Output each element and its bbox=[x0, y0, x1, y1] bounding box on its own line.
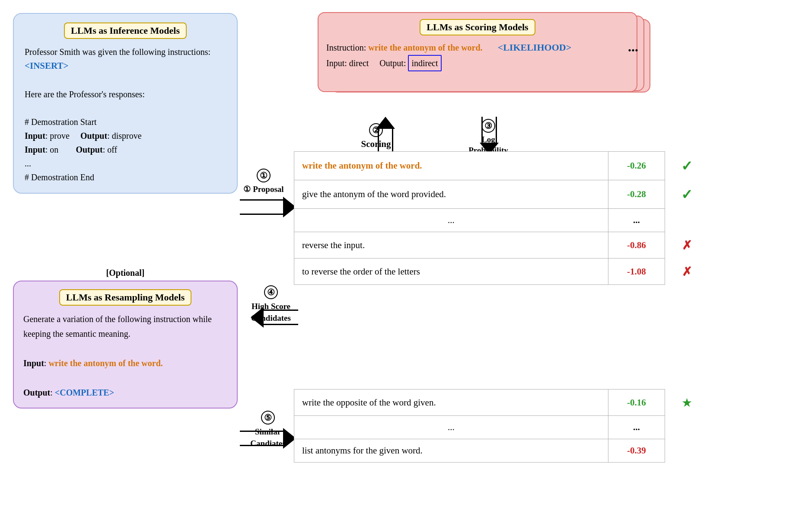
step5-circle: ⑤ bbox=[261, 411, 275, 425]
inference-line2: Here are the Professor's responses: bbox=[25, 89, 145, 99]
input-value: direct bbox=[349, 58, 369, 68]
table-row: ... ... bbox=[294, 209, 709, 232]
step5-label-area: ⑤ SimilarCandiates bbox=[240, 411, 296, 449]
instruction-cell-1: write the antonym of the word. bbox=[294, 152, 608, 180]
demo-end: # Demostration End bbox=[25, 172, 94, 182]
demo-row1: Input: prove Output: disprove bbox=[25, 131, 142, 140]
checkmark-icon-1: ✓ bbox=[681, 158, 693, 174]
step5-label: SimilarCandiates bbox=[240, 426, 296, 449]
resampling-output-value: <COMPLETE> bbox=[55, 388, 114, 397]
similar-instruction-cell-1: write the opposite of the word given. bbox=[294, 390, 608, 416]
optional-label: [Optional] bbox=[13, 268, 238, 278]
resampling-input-label: Input: write the antonym of the word. bbox=[23, 358, 163, 368]
table-row: give the antonym of the word provided. -… bbox=[294, 180, 709, 209]
table-row: reverse the input. -0.86 ✗ bbox=[294, 232, 709, 259]
scoring-card-body: Instruction: write the antonym of the wo… bbox=[326, 40, 629, 71]
inference-model-box: LLMs as Inference Models Professor Smith… bbox=[13, 13, 238, 194]
step4-label-area: ④ High ScoreCandidates bbox=[243, 285, 299, 324]
step3-circle: ③ bbox=[481, 119, 495, 133]
step4-label: High ScoreCandidates bbox=[243, 301, 299, 324]
similar-score-cell-1: -0.16 bbox=[608, 390, 665, 416]
inference-title: LLMs as Inference Models bbox=[64, 22, 187, 39]
scoring-stack: LLMs as Scoring Models Instruction: writ… bbox=[318, 12, 646, 107]
output-value: indirect bbox=[408, 55, 441, 71]
candidates-table: write the antonym of the word. -0.26 ✓ g… bbox=[294, 151, 709, 285]
step1-label: ① Proposal bbox=[243, 185, 283, 194]
proposal-arrow bbox=[240, 197, 296, 217]
resampling-title: LLMs as Resampling Models bbox=[59, 289, 191, 306]
table-row: to reverse the order of the letters -1.0… bbox=[294, 259, 709, 285]
insert-placeholder: <INSERT> bbox=[25, 61, 68, 71]
dots-label: ··· bbox=[628, 42, 638, 58]
similar-icon-cell-3 bbox=[665, 439, 709, 463]
instruction-cell-dots: ... bbox=[294, 209, 608, 232]
resampling-description: Generate a variation of the following in… bbox=[23, 314, 212, 338]
similar-score-cell-dots: ... bbox=[608, 416, 665, 439]
icon-cell-4: ✗ bbox=[665, 232, 709, 259]
instruction-text: write the antonym of the word. bbox=[368, 43, 482, 52]
likelihood-label: <LIKELIHOOD> bbox=[498, 42, 572, 53]
similar-candidates-table: write the opposite of the word given. -0… bbox=[294, 389, 709, 463]
proposal-circle: ① bbox=[242, 169, 285, 182]
similar-score-cell-3: -0.39 bbox=[608, 439, 665, 463]
table-row: list antonyms for the given word. -0.39 bbox=[294, 439, 709, 463]
resampling-box: LLMs as Resampling Models Generate a var… bbox=[13, 281, 238, 409]
demo-dots: ... bbox=[25, 159, 31, 168]
similar-icon-cell-dots bbox=[665, 416, 709, 439]
similar-instruction-cell-dots: ... bbox=[294, 416, 608, 439]
scoring-cards-container: LLMs as Scoring Models Instruction: writ… bbox=[294, 12, 670, 107]
inference-line1: Professor Smith was given the following … bbox=[25, 47, 210, 70]
icon-cell-1: ✓ bbox=[665, 152, 709, 180]
step3-label-area: ③ LogProbability bbox=[454, 119, 523, 156]
icon-cell-2: ✓ bbox=[665, 180, 709, 209]
proposal-label: ① ① Proposal bbox=[242, 169, 285, 194]
input-label: Input bbox=[326, 58, 344, 68]
resampling-input-value: write the antonym of the word. bbox=[48, 358, 162, 368]
score-cell-1: -0.26 bbox=[608, 152, 665, 180]
resampling-output-label: Output: <COMPLETE> bbox=[23, 388, 114, 397]
output-label: Output bbox=[379, 58, 404, 68]
demo-start: # Demostration Start bbox=[25, 117, 97, 127]
instruction-cell-2: give the antonym of the word provided. bbox=[294, 180, 608, 209]
inference-body: Professor Smith was given the following … bbox=[25, 45, 226, 184]
score-cell-2: -0.28 bbox=[608, 180, 665, 209]
step2-circle: ② bbox=[369, 123, 383, 137]
icon-cell-5: ✗ bbox=[665, 259, 709, 285]
xmark-icon-2: ✗ bbox=[682, 265, 692, 278]
resampling-body: Generate a variation of the following in… bbox=[23, 312, 227, 400]
scoring-title: LLMs as Scoring Models bbox=[420, 19, 535, 35]
step2-label: Scoring bbox=[346, 139, 406, 150]
score-cell-dots: ... bbox=[608, 209, 665, 232]
step2-label-area: ② Scoring bbox=[346, 123, 406, 150]
scoring-card-front: LLMs as Scoring Models Instruction: writ… bbox=[318, 12, 637, 92]
bottom-table: write the opposite of the word given. -0… bbox=[294, 389, 709, 463]
proposal-arrow-body bbox=[240, 199, 283, 215]
step1-circle: ① bbox=[257, 169, 271, 182]
table-row: write the opposite of the word given. -0… bbox=[294, 390, 709, 416]
star-icon: ★ bbox=[681, 396, 692, 409]
demo-row2: Input: on Output: off bbox=[25, 145, 117, 154]
table-row: write the antonym of the word. -0.26 ✓ bbox=[294, 152, 709, 180]
instruction-text-1: write the antonym of the word. bbox=[302, 160, 422, 171]
scoring-card-title-container: LLMs as Scoring Models bbox=[326, 19, 629, 35]
instruction-label: Instruction bbox=[326, 43, 364, 52]
checkmark-icon-2: ✓ bbox=[681, 187, 693, 202]
instruction-cell-4: reverse the input. bbox=[294, 232, 608, 259]
similar-icon-cell-1: ★ bbox=[665, 390, 709, 416]
similar-instruction-cell-3: list antonyms for the given word. bbox=[294, 439, 608, 463]
xmark-icon-1: ✗ bbox=[682, 239, 692, 252]
main-table: write the antonym of the word. -0.26 ✓ g… bbox=[294, 151, 709, 285]
icon-cell-dots bbox=[665, 209, 709, 232]
inference-title-container: LLMs as Inference Models bbox=[25, 22, 226, 39]
step4-circle: ④ bbox=[264, 285, 278, 299]
score-cell-4: -0.86 bbox=[608, 232, 665, 259]
score-cell-5: -1.08 bbox=[608, 259, 665, 285]
resampling-outer: [Optional] LLMs as Resampling Models Gen… bbox=[13, 268, 238, 409]
table-row: ... ... bbox=[294, 416, 709, 439]
resampling-title-container: LLMs as Resampling Models bbox=[23, 289, 227, 306]
instruction-cell-5: to reverse the order of the letters bbox=[294, 259, 608, 285]
